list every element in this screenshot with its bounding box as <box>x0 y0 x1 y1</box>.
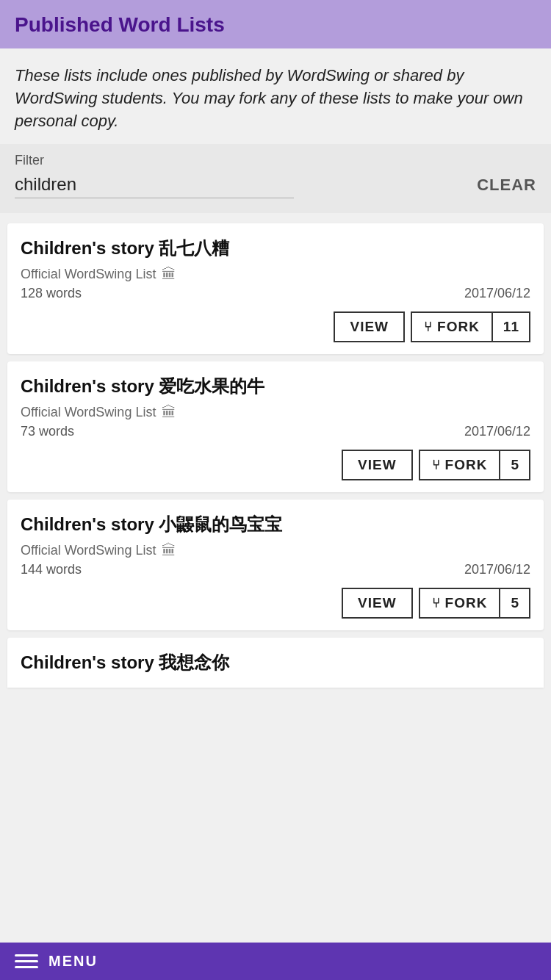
fork-label: FORK <box>445 457 488 473</box>
institution-icon: 🏛 <box>162 266 176 283</box>
card-source: Official WordSwing List <box>21 543 156 558</box>
fork-icon: ⑂ <box>432 596 441 611</box>
card-meta: Official WordSwing List 🏛 <box>21 404 530 421</box>
menu-line-2 <box>15 960 38 962</box>
card-date: 2017/06/12 <box>464 286 530 301</box>
view-button[interactable]: VIEW <box>334 311 405 342</box>
fork-button-group: ⑂ FORK 5 <box>419 588 530 619</box>
card-title: Children's story 小鼹鼠的鸟宝宝 <box>21 513 530 536</box>
list-item: Children's story 爱吃水果的牛 Official WordSwi… <box>7 361 544 492</box>
fork-count: 5 <box>499 451 529 479</box>
institution-icon: 🏛 <box>162 542 176 559</box>
card-actions: VIEW ⑂ FORK 5 <box>21 588 530 619</box>
card-date: 2017/06/12 <box>464 562 530 577</box>
view-button[interactable]: VIEW <box>342 588 413 619</box>
menu-line-3 <box>15 966 38 968</box>
card-meta: Official WordSwing List 🏛 <box>21 542 530 559</box>
word-list-container: Children's story 乱七八糟 Official WordSwing… <box>0 213 551 761</box>
fork-button-group: ⑂ FORK 5 <box>419 450 530 480</box>
institution-icon: 🏛 <box>162 404 176 421</box>
page-header: Published Word Lists <box>0 0 551 48</box>
card-info: 144 words 2017/06/12 <box>21 562 530 577</box>
list-item: Children's story 乱七八糟 Official WordSwing… <box>7 223 544 354</box>
card-words: 73 words <box>21 424 74 439</box>
page-title: Published Word Lists <box>15 13 536 37</box>
fork-count: 11 <box>491 313 529 341</box>
card-words: 128 words <box>21 286 82 301</box>
fork-icon: ⑂ <box>432 458 441 473</box>
filter-section: Filter CLEAR <box>0 144 551 213</box>
card-info: 128 words 2017/06/12 <box>21 286 530 301</box>
fork-button[interactable]: ⑂ FORK <box>412 313 491 341</box>
fork-label: FORK <box>445 595 488 611</box>
card-title: Children's story 爱吃水果的牛 <box>21 375 530 398</box>
filter-input[interactable] <box>15 171 294 198</box>
list-item: Children's story 小鼹鼠的鸟宝宝 Official WordSw… <box>7 500 544 630</box>
menu-line-1 <box>15 954 38 956</box>
clear-button[interactable]: CLEAR <box>477 176 536 195</box>
card-meta: Official WordSwing List 🏛 <box>21 266 530 283</box>
fork-count: 5 <box>499 589 529 617</box>
card-title: Children's story 我想念你 <box>21 651 530 674</box>
card-actions: VIEW ⑂ FORK 11 <box>21 311 530 342</box>
menu-icon[interactable] <box>15 954 38 968</box>
card-source: Official WordSwing List <box>21 267 156 282</box>
menu-label[interactable]: MENU <box>48 953 98 970</box>
card-info: 73 words 2017/06/12 <box>21 424 530 439</box>
description-text: These lists include ones published by Wo… <box>15 65 536 132</box>
filter-label: Filter <box>15 153 536 168</box>
page-description: These lists include ones published by Wo… <box>0 48 551 144</box>
card-title: Children's story 乱七八糟 <box>21 237 530 260</box>
fork-button[interactable]: ⑂ FORK <box>420 589 500 617</box>
view-button[interactable]: VIEW <box>342 450 413 480</box>
card-actions: VIEW ⑂ FORK 5 <box>21 450 530 480</box>
bottom-nav: MENU <box>0 943 551 980</box>
card-date: 2017/06/12 <box>464 424 530 439</box>
list-item: Children's story 我想念你 <box>7 638 544 688</box>
fork-button-group: ⑂ FORK 11 <box>411 311 530 342</box>
fork-button[interactable]: ⑂ FORK <box>420 451 500 479</box>
fork-icon: ⑂ <box>424 320 433 335</box>
fork-label: FORK <box>437 319 480 335</box>
card-words: 144 words <box>21 562 82 577</box>
card-source: Official WordSwing List <box>21 405 156 420</box>
